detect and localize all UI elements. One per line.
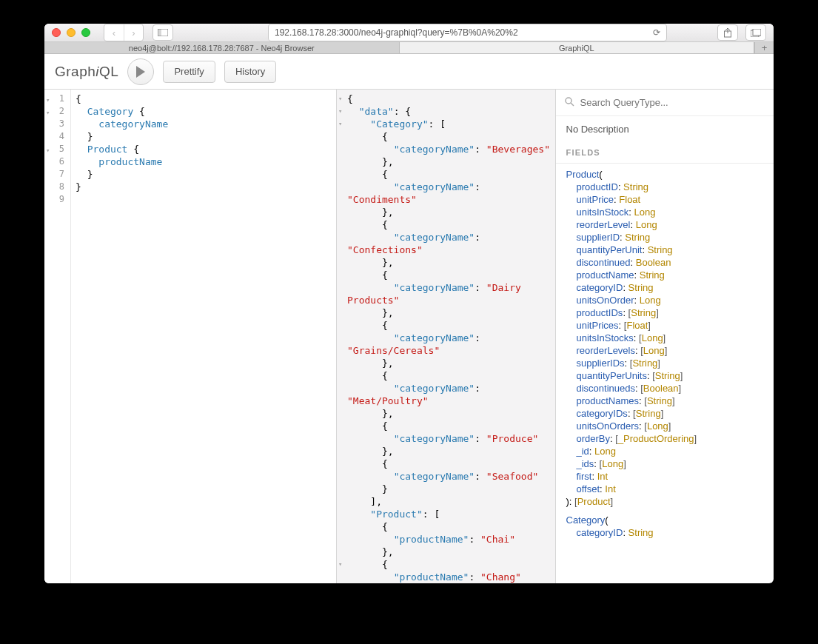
prettify-button[interactable]: Prettify — [163, 61, 215, 83]
query-text[interactable]: { Category { categoryName } Product { pr… — [71, 90, 168, 583]
sidebar-toggle-button[interactable] — [152, 24, 173, 41]
svg-rect-4 — [753, 29, 761, 36]
docs-description: No Description — [556, 116, 774, 142]
query-editor[interactable]: 123456789 { Category { categoryName } Pr… — [44, 90, 336, 583]
docs-search-input[interactable] — [580, 97, 765, 108]
graphiql-logo: GraphiQL — [55, 64, 118, 80]
svg-rect-1 — [158, 29, 161, 36]
fields-list: Product(productID: StringunitPrice: Floa… — [556, 164, 774, 583]
nav-back-forward: ‹ › — [104, 24, 144, 41]
result-pane: ▾▾▾▾ { "data": { "Category": [ { "catego… — [337, 90, 555, 583]
app-toolbar: GraphiQL Prettify History — [44, 54, 774, 90]
editor-pane: 123456789 { Category { categoryName } Pr… — [44, 90, 337, 583]
browser-window: ‹ › 192.168.178.28:3000/neo4j-graphiql?q… — [44, 24, 774, 583]
titlebar: ‹ › 192.168.178.28:3000/neo4j-graphiql?q… — [44, 24, 774, 42]
line-gutter: 123456789 — [44, 90, 71, 583]
graphiql-app: GraphiQL Prettify History 123456789 { Ca… — [44, 54, 774, 583]
maximize-icon[interactable] — [81, 28, 90, 37]
forward-button[interactable]: › — [124, 24, 143, 41]
url-text: 192.168.178.28:3000/neo4j-graphiql?query… — [275, 27, 518, 38]
browser-tab-0[interactable]: neo4j@bolt://192.168.178.28:7687 - Neo4j… — [44, 42, 400, 53]
tabs-icon[interactable] — [745, 24, 766, 41]
reload-icon[interactable]: ⟳ — [653, 27, 660, 38]
fields-header: FIELDS — [556, 142, 774, 164]
url-bar[interactable]: 192.168.178.28:3000/neo4j-graphiql?query… — [268, 24, 667, 41]
share-icon[interactable] — [717, 24, 738, 41]
new-tab-button[interactable]: + — [754, 42, 774, 53]
search-icon — [565, 97, 574, 109]
minimize-icon[interactable] — [67, 28, 76, 37]
close-icon[interactable] — [52, 28, 61, 37]
svg-line-6 — [571, 103, 574, 106]
execute-button[interactable] — [127, 58, 154, 85]
tab-strip: neo4j@bolt://192.168.178.28:7687 - Neo4j… — [44, 42, 774, 54]
type-link[interactable]: Product — [566, 169, 600, 180]
docs-pane: ‹ Schema QueryType ✕ No Description FIEL… — [555, 90, 774, 583]
app-body: 123456789 { Category { categoryName } Pr… — [44, 90, 774, 583]
back-button[interactable]: ‹ — [104, 24, 124, 41]
docs-search — [556, 90, 774, 116]
type-link[interactable]: Category — [566, 514, 606, 526]
svg-point-5 — [566, 98, 571, 104]
browser-tab-1[interactable]: GraphiQL — [400, 42, 755, 53]
result-json: { "data": { "Category": [ { "categoryNam… — [347, 93, 555, 583]
history-button[interactable]: History — [224, 61, 276, 83]
